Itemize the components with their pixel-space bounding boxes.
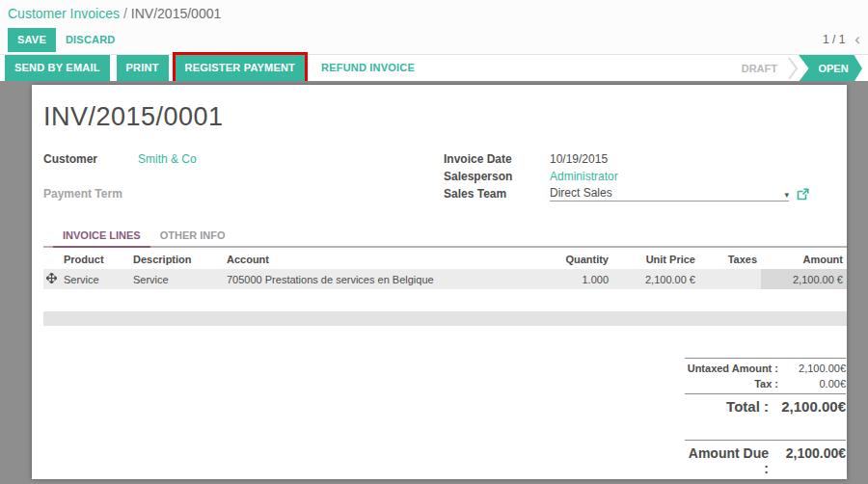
total-label: Total : [685, 398, 774, 415]
taxes-column-header: Taxes [699, 249, 761, 269]
tax-label: Tax : [685, 378, 784, 390]
spacer-row [43, 168, 444, 185]
total-row: Total : 2,100.00€ [685, 393, 846, 417]
status-draft[interactable]: DRAFT [728, 55, 787, 82]
breadcrumb-current: INV/2015/0001 [131, 6, 221, 21]
discard-button[interactable]: DISCARD [56, 28, 125, 52]
content-background: INV/2015/0001 Customer Smith & Co Paymen… [0, 81, 868, 484]
cell-description[interactable]: Service [129, 269, 223, 289]
salesperson-field-row: Salesperson Administrator [444, 168, 829, 185]
invoice-fields: Customer Smith & Co Payment Term Invoice… [43, 150, 847, 202]
salesperson-label: Salesperson [444, 170, 550, 183]
customer-value-link[interactable]: Smith & Co [138, 152, 197, 166]
payment-term-label: Payment Term [43, 187, 138, 201]
statusbar: DRAFT OPEN [728, 55, 868, 82]
untaxed-amount-label: Untaxed Amount : [685, 363, 784, 374]
chevron-down-icon[interactable]: ▾ [784, 190, 789, 200]
form-actions-row: SAVE DISCARD 1 / 1 ‹ [8, 27, 860, 52]
fields-left-column: Customer Smith & Co Payment Term [43, 150, 444, 202]
tax-value: 0.00€ [784, 378, 846, 390]
sales-team-label: Sales Team [444, 187, 550, 201]
customer-field-row: Customer Smith & Co [43, 150, 444, 168]
handle-column-header [43, 249, 60, 269]
amount-due-value: 2,100.00€ [774, 445, 846, 461]
untaxed-amount-row: Untaxed Amount : 2,100.00€ [685, 358, 846, 376]
drag-handle-icon[interactable] [43, 269, 60, 289]
amount-column-header: Amount [761, 249, 847, 269]
invoice-form-sheet: INV/2015/0001 Customer Smith & Co Paymen… [32, 85, 847, 479]
sales-team-field-row: Sales Team Direct Sales ▾ [444, 185, 829, 202]
untaxed-amount-value: 2,100.00€ [784, 363, 846, 374]
cell-account[interactable]: 705000 Prestations de services en Belgiq… [223, 269, 537, 289]
product-column-header: Product [60, 249, 129, 269]
cell-product[interactable]: Service [60, 269, 129, 289]
notebook: INVOICE LINES OTHER INFO Product Descrip… [43, 225, 847, 326]
account-column-header: Account [223, 249, 537, 269]
breadcrumb-separator: / [120, 6, 131, 21]
salesperson-value-link[interactable]: Administrator [550, 170, 618, 183]
pager: 1 / 1 ‹ [823, 33, 860, 46]
save-button[interactable]: SAVE [8, 28, 56, 52]
fields-right-column: Invoice Date 10/19/2015 Salesperson Admi… [444, 150, 829, 202]
external-link-icon[interactable] [797, 188, 809, 201]
sales-team-input[interactable]: Direct Sales ▾ [550, 186, 789, 202]
notebook-tabs: INVOICE LINES OTHER INFO [43, 225, 847, 248]
cell-taxes[interactable] [699, 269, 761, 289]
send-by-email-button[interactable]: SEND BY EMAIL [5, 55, 110, 81]
table-row[interactable]: Service Service 705000 Prestations de se… [43, 269, 847, 289]
totals-block: Untaxed Amount : 2,100.00€ Tax : 0.00€ T… [685, 358, 846, 478]
status-separator-chevron-icon [787, 55, 799, 82]
print-button[interactable]: PRINT [117, 55, 169, 81]
tax-row: Tax : 0.00€ [685, 376, 846, 391]
breadcrumb: Customer Invoices/INV/2015/0001 [8, 4, 860, 27]
cell-amount: 2,100.00 € [761, 269, 847, 289]
breadcrumb-parent-link[interactable]: Customer Invoices [8, 6, 120, 21]
description-column-header: Description [129, 249, 223, 269]
top-bar: Customer Invoices/INV/2015/0001 SAVE DIS… [0, 0, 868, 54]
amount-due-row: Amount Due : 2,100.00€ [685, 440, 846, 478]
invoice-date-label: Invoice Date [444, 152, 550, 166]
unit-price-column-header: Unit Price [612, 249, 699, 269]
pager-previous-icon[interactable]: ‹ [854, 34, 860, 45]
invoice-date-value: 10/19/2015 [550, 152, 608, 166]
refund-invoice-button[interactable]: REFUND INVOICE [312, 55, 424, 81]
customer-label: Customer [43, 152, 138, 166]
quantity-column-header: Quantity [537, 249, 612, 269]
pager-value: 1 / 1 [823, 33, 845, 46]
status-open-badge: OPEN [799, 55, 862, 82]
table-header-row: Product Description Account Quantity Uni… [43, 249, 847, 269]
cell-unit-price[interactable]: 2,100.00 € [612, 269, 699, 289]
sales-team-widget: Direct Sales ▾ [550, 186, 829, 202]
action-toolbar: SEND BY EMAIL PRINT REGISTER PAYMENT REF… [0, 54, 868, 81]
register-payment-button[interactable]: REGISTER PAYMENT [176, 55, 305, 81]
payment-term-field-row: Payment Term [43, 185, 444, 202]
invoice-lines-table: Product Description Account Quantity Uni… [43, 249, 847, 289]
invoice-date-field-row: Invoice Date 10/19/2015 [444, 150, 829, 168]
total-value: 2,100.00€ [774, 398, 846, 415]
invoice-title: INV/2015/0001 [43, 102, 847, 132]
status-open-label: OPEN [812, 63, 848, 74]
tab-invoice-lines[interactable]: INVOICE LINES [53, 225, 150, 248]
cell-quantity[interactable]: 1.000 [537, 269, 612, 289]
empty-list-row[interactable] [43, 311, 847, 326]
tab-other-info[interactable]: OTHER INFO [150, 225, 235, 248]
sales-team-value: Direct Sales [550, 186, 780, 200]
amount-due-label: Amount Due : [685, 445, 774, 476]
